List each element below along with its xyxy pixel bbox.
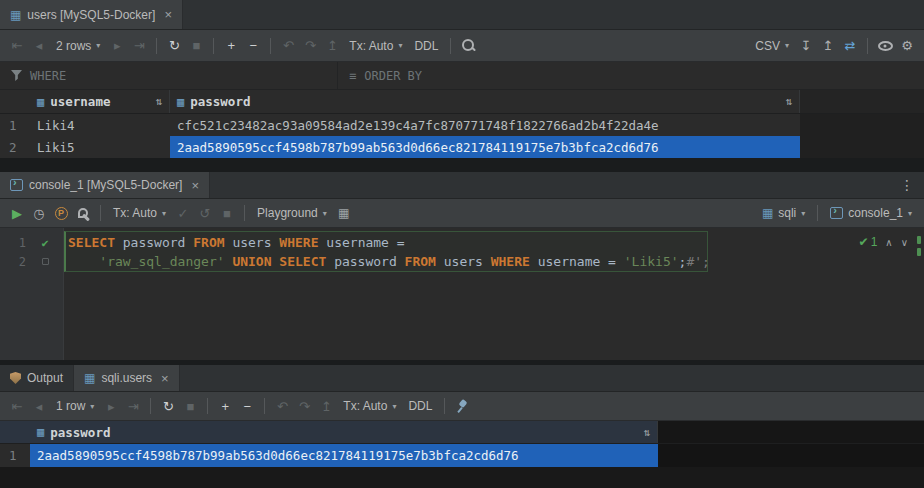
prev-page-button[interactable]: ◂ [29,396,49,416]
submit-button[interactable]: ↥ [316,396,336,416]
sql-editor[interactable]: 1 ✔ SELECT password FROM users WHERE use… [0,228,924,360]
first-page-button[interactable]: ⇤ [7,36,27,56]
tx-mode-dropdown[interactable]: Tx: Auto ▾ [344,36,407,56]
next-result-button[interactable]: ∨ [901,237,908,248]
tab-output[interactable]: Output [0,365,74,391]
error-stripe-mark[interactable] [917,248,921,256]
filter-icon [11,70,22,81]
stop-button[interactable]: ■ [217,203,237,223]
sort-toggle-icon[interactable]: ⇅ [785,95,792,108]
add-row-button[interactable]: + [215,396,235,416]
toolbar-separator [270,38,271,54]
import-data-button[interactable]: ↥ [818,36,838,56]
undo-button[interactable]: ↶ [272,396,292,416]
undo-button[interactable]: ↶ [278,36,298,56]
column-header-username[interactable]: ▦ username ⇅ [30,90,170,113]
order-by-filter-field[interactable]: ≡ ORDER BY [338,62,433,89]
column-header-password[interactable]: ▦ password ⇅ [170,90,800,113]
export-format-dropdown[interactable]: CSV ▾ [750,36,794,56]
column-name: username [50,94,110,109]
column-header-password[interactable]: ▦ password ⇅ [30,421,658,443]
delete-row-button[interactable]: − [237,396,257,416]
prev-page-button[interactable]: ◂ [29,36,49,56]
table-row[interactable]: 1 Liki4 cfc521c23482ac93a09584ad2e139c4a… [0,114,924,136]
last-page-button[interactable]: ⇥ [123,396,143,416]
tab-users-grid[interactable]: ▦ users [MySQL5-Docker] × [0,0,183,29]
redo-button[interactable]: ↷ [294,396,314,416]
view-as-table-button[interactable]: ▦ [334,203,354,223]
row-count-dropdown[interactable]: 1 row ▾ [51,396,99,416]
pin-tab-button[interactable] [452,396,472,416]
export-data-button[interactable]: ↧ [796,36,816,56]
run-result-widget: ✔1 ∧ ∨ [859,235,908,249]
export-format-label: CSV [755,39,780,53]
settings-button[interactable]: ⚙ [897,36,917,56]
row-count-label: 2 rows [56,39,91,53]
commit-button[interactable]: ✓ [173,203,193,223]
ddl-button[interactable]: DDL [409,36,443,56]
next-page-button[interactable]: ▸ [101,396,121,416]
sort-toggle-icon[interactable]: ⇅ [155,95,162,108]
cell-password-selected[interactable]: 2aad5890595ccf4598b787b99ab563d0d66ec821… [30,444,658,467]
delete-row-button[interactable]: − [243,36,263,56]
search-icon [461,38,476,53]
rollback-button[interactable]: ↺ [195,203,215,223]
history-button[interactable]: ◷ [29,203,49,223]
code-line[interactable]: SELECT password FROM users WHERE usernam… [68,235,405,250]
grid-header: ▦ username ⇅ ▦ password ⇅ [0,90,924,114]
editor-line[interactable]: 2 'raw_sql_danger' UNION SELECT password… [0,252,924,271]
cell-password[interactable]: cfc521c23482ac93a09584ad2e139c4a7fc87077… [170,114,800,136]
sort-toggle-icon[interactable]: ⇅ [643,426,650,439]
submit-button[interactable]: ↥ [322,36,342,56]
schema-label: sqli [778,206,796,220]
cell-password-selected[interactable]: 2aad5890595ccf4598b787b99ab563d0d66ec821… [170,136,800,158]
chevron-down-icon: ▾ [162,209,166,218]
add-row-button[interactable]: + [221,36,241,56]
refresh-button[interactable]: ↻ [158,396,178,416]
console-icon [830,207,843,219]
statement-success-icon: ✔ [38,236,52,250]
last-page-button[interactable]: ⇥ [129,36,149,56]
transpose-button[interactable]: ⇄ [840,36,860,56]
panel-splitter[interactable] [0,158,924,172]
prev-result-button[interactable]: ∧ [885,237,892,248]
line-number: 2 [8,255,26,269]
close-icon[interactable]: × [161,371,169,386]
tab-console-1[interactable]: console_1 [MySQL5-Docker] × [0,172,210,198]
editor-line[interactable]: 1 ✔ SELECT password FROM users WHERE use… [0,233,924,252]
search-button[interactable] [458,36,478,56]
more-options-button[interactable]: ⋮ [890,172,924,198]
view-options-button[interactable] [875,36,895,56]
close-icon[interactable]: × [191,178,199,193]
change-settings-button[interactable] [73,203,93,223]
error-stripe-mark[interactable] [917,236,921,244]
schema-dropdown[interactable]: ▦ sqli ▾ [757,203,810,223]
ddl-button[interactable]: DDL [403,396,437,416]
run-button[interactable]: ▶ [7,203,27,223]
tab-sqli-users[interactable]: ▦ sqli.users × [74,365,180,391]
playground-dropdown[interactable]: Playground ▾ [252,203,332,223]
close-icon[interactable]: × [164,7,172,22]
session-dropdown[interactable]: console_1 ▾ [825,203,917,223]
where-filter-field[interactable]: WHERE [0,62,338,89]
result-table-row[interactable]: 1 2aad5890595ccf4598b787b99ab563d0d66ec8… [0,444,924,467]
redo-button[interactable]: ↷ [300,36,320,56]
column-name: password [50,425,110,440]
tx-mode-dropdown[interactable]: Tx: Auto ▾ [108,203,171,223]
refresh-button[interactable]: ↻ [164,36,184,56]
header-filler [800,90,924,113]
next-page-button[interactable]: ▸ [107,36,127,56]
code-line[interactable]: 'raw_sql_danger' UNION SELECT password F… [68,254,710,269]
toolbar-separator [450,38,451,54]
table-row[interactable]: 2 Liki5 2aad5890595ccf4598b787b99ab563d0… [0,136,924,158]
tx-mode-dropdown[interactable]: Tx: Auto ▾ [338,396,401,416]
cell-username[interactable]: Liki4 [30,114,170,136]
cell-username[interactable]: Liki5 [30,136,170,158]
parameters-button[interactable] [51,203,71,223]
stop-button[interactable]: ■ [180,396,200,416]
toolbar-separator [444,398,445,414]
first-page-button[interactable]: ⇤ [7,396,27,416]
stop-button[interactable]: ■ [186,36,206,56]
chevron-down-icon: ▾ [801,209,805,218]
row-count-dropdown[interactable]: 2 rows ▾ [51,36,105,56]
